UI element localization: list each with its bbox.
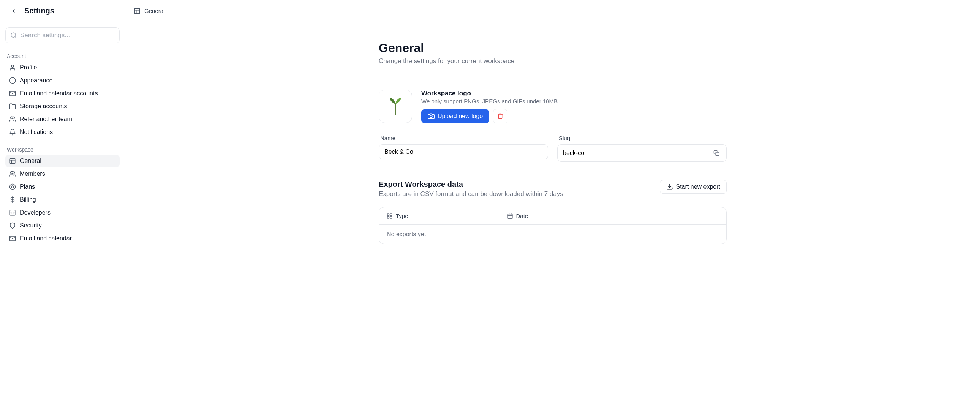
sidebar-header: Settings	[0, 0, 125, 22]
sidebar-item-label: Storage accounts	[20, 103, 67, 110]
svg-line-1	[15, 37, 16, 38]
plan-icon	[9, 183, 16, 190]
start-export-label: Start new export	[676, 183, 721, 190]
slug-label: Slug	[557, 135, 727, 141]
svg-rect-25	[508, 214, 512, 218]
download-icon	[666, 183, 673, 190]
sidebar-item-general[interactable]: General	[5, 155, 120, 167]
upload-logo-button[interactable]: Upload new logo	[421, 109, 489, 123]
svg-rect-22	[390, 214, 392, 216]
dollar-icon	[9, 196, 16, 203]
settings-title: Settings	[24, 6, 54, 15]
table-header: Type Date	[379, 207, 726, 225]
svg-rect-15	[134, 8, 140, 14]
svg-rect-19	[716, 152, 719, 156]
sidebar-item-storage-accounts[interactable]: Storage accounts	[5, 100, 120, 112]
mail-icon	[9, 235, 16, 242]
svg-rect-21	[387, 214, 389, 216]
back-button[interactable]	[8, 5, 20, 17]
sidebar-item-label: Security	[20, 222, 42, 229]
svg-point-18	[430, 115, 432, 118]
shield-icon	[9, 222, 16, 229]
copy-icon	[713, 150, 719, 156]
leaf-icon	[385, 96, 406, 117]
bell-icon	[9, 129, 16, 135]
breadcrumb: General	[125, 0, 980, 22]
chevron-left-icon	[11, 8, 17, 14]
th-date-label: Date	[516, 213, 528, 219]
workspace-logo-image[interactable]	[379, 90, 412, 123]
page-title: General	[379, 41, 727, 55]
sidebar-item-label: Appearance	[20, 77, 52, 84]
sidebar-item-label: Members	[20, 170, 45, 177]
layout-icon	[134, 8, 140, 14]
svg-rect-23	[390, 216, 392, 218]
section-label-workspace: Workspace	[5, 143, 120, 155]
sidebar-item-notifications[interactable]: Notifications	[5, 126, 120, 138]
svg-rect-6	[10, 158, 15, 164]
search-icon	[10, 32, 17, 39]
sidebar-item-label: General	[20, 158, 41, 164]
sidebar-item-email-calendar-accounts[interactable]: Email and calendar accounts	[5, 88, 120, 100]
sidebar-item-profile[interactable]: Profile	[5, 62, 120, 74]
camera-icon	[428, 113, 434, 119]
svg-point-2	[11, 65, 14, 67]
main: General General Change the settings for …	[125, 0, 980, 420]
sidebar-item-label: Notifications	[20, 129, 53, 135]
sidebar-item-label: Developers	[20, 209, 51, 216]
logo-title: Workspace logo	[421, 90, 558, 97]
sidebar-item-label: Email and calendar accounts	[20, 90, 98, 97]
th-type-label: Type	[396, 213, 408, 219]
breadcrumb-label: General	[144, 8, 164, 14]
svg-point-5	[11, 116, 13, 119]
users-icon	[9, 116, 16, 123]
palette-icon	[9, 77, 16, 84]
slug-input[interactable]	[563, 150, 709, 156]
sidebar-item-developers[interactable]: Developers	[5, 207, 120, 219]
sidebar-item-label: Billing	[20, 196, 36, 203]
upload-logo-label: Upload new logo	[438, 113, 483, 119]
logo-section: Workspace logo We only support PNGs, JPE…	[379, 90, 727, 123]
logo-hint: We only support PNGs, JPEGs and GIFs und…	[421, 98, 558, 105]
sidebar-item-billing[interactable]: Billing	[5, 194, 120, 206]
svg-rect-24	[387, 216, 389, 218]
sidebar-item-plans[interactable]: Plans	[5, 181, 120, 193]
svg-point-11	[11, 186, 14, 188]
sidebar-item-label: Refer another team	[20, 116, 72, 123]
sidebar-item-label: Email and calendar	[20, 235, 72, 242]
code-icon	[9, 209, 16, 216]
th-type: Type	[387, 213, 408, 219]
users-icon	[9, 170, 16, 177]
copy-slug-button[interactable]	[712, 148, 721, 158]
name-input[interactable]	[384, 148, 542, 155]
svg-point-10	[10, 184, 16, 190]
section-label-account: Account	[5, 50, 120, 62]
sidebar: Settings Account Profile Appearance	[0, 0, 125, 420]
mail-icon	[9, 90, 16, 97]
page-subtitle: Change the settings for your current wor…	[379, 57, 727, 65]
delete-logo-button[interactable]	[493, 109, 508, 123]
divider	[379, 76, 727, 76]
search-container[interactable]	[5, 27, 120, 43]
search-input[interactable]	[20, 32, 115, 39]
sidebar-item-label: Profile	[20, 64, 37, 71]
user-icon	[9, 64, 16, 71]
calendar-icon	[507, 213, 513, 219]
sidebar-item-email-calendar[interactable]: Email and calendar	[5, 232, 120, 245]
sidebar-item-refer[interactable]: Refer another team	[5, 113, 120, 125]
sidebar-item-appearance[interactable]: Appearance	[5, 75, 120, 87]
sidebar-item-members[interactable]: Members	[5, 168, 120, 180]
name-label: Name	[379, 135, 548, 141]
grid-icon	[387, 213, 393, 219]
th-date: Date	[507, 213, 528, 219]
export-title: Export Workspace data	[379, 180, 563, 189]
sidebar-item-label: Plans	[20, 183, 35, 190]
start-export-button[interactable]: Start new export	[660, 180, 727, 194]
layout-icon	[9, 158, 16, 164]
svg-point-9	[11, 171, 13, 173]
trash-icon	[497, 113, 503, 119]
export-subtitle: Exports are in CSV format and can be dow…	[379, 190, 563, 198]
sidebar-item-security[interactable]: Security	[5, 220, 120, 232]
folder-icon	[9, 103, 16, 110]
table-empty-row: No exports yet	[379, 225, 726, 244]
